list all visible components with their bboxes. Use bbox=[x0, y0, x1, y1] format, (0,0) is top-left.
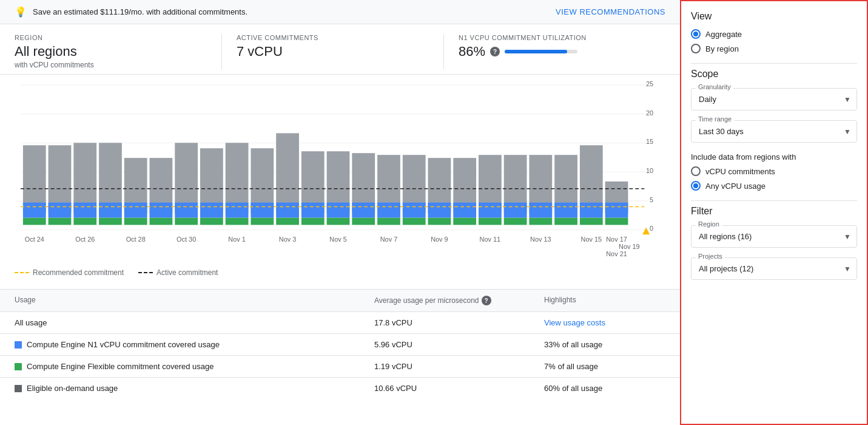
svg-text:Nov 5: Nov 5 bbox=[329, 236, 346, 243]
projects-filter-select[interactable]: All projects (12) bbox=[691, 257, 857, 280]
aggregate-option[interactable]: Aggregate bbox=[691, 29, 857, 39]
svg-rect-46 bbox=[327, 217, 350, 225]
bar-chart: 25 20 15 10 5 0 bbox=[15, 80, 665, 262]
svg-rect-41 bbox=[276, 203, 299, 218]
region-filter-label: Region bbox=[696, 220, 722, 228]
vcpu-commitments-radio[interactable] bbox=[691, 166, 701, 176]
row-0-highlight: View usage costs bbox=[544, 318, 665, 327]
svg-text:15: 15 bbox=[646, 138, 653, 145]
region-filter-select[interactable]: All regions (16) bbox=[691, 225, 857, 248]
blue-swatch bbox=[15, 341, 22, 348]
any-vcpu-radio[interactable] bbox=[691, 181, 701, 191]
svg-rect-76 bbox=[580, 217, 603, 225]
region-stat: Region All regions with vCPU commitments bbox=[15, 34, 221, 69]
active-line-icon bbox=[138, 272, 153, 273]
row-1-highlight: 33% of all usage bbox=[544, 340, 665, 349]
svg-text:Nov 21: Nov 21 bbox=[606, 250, 627, 257]
savings-banner: 💡 Save an estimated $111.19/mo. with add… bbox=[0, 0, 680, 24]
by-region-radio[interactable] bbox=[691, 44, 701, 53]
svg-rect-13 bbox=[49, 217, 72, 225]
svg-rect-65 bbox=[479, 203, 502, 218]
svg-rect-14 bbox=[49, 203, 72, 218]
row-2-label: Compute Engine Flexible commitment cover… bbox=[15, 362, 374, 371]
view-radio-group: Aggregate By region bbox=[691, 29, 857, 53]
svg-rect-26 bbox=[150, 203, 173, 218]
svg-text:Nov 19: Nov 19 bbox=[619, 243, 640, 250]
svg-text:Nov 1: Nov 1 bbox=[228, 236, 246, 243]
legend-recommended: Recommended commitment bbox=[15, 268, 124, 277]
granularity-select[interactable]: Daily Hourly Weekly Monthly bbox=[691, 88, 857, 110]
scope-title: Scope bbox=[691, 69, 857, 80]
svg-rect-71 bbox=[529, 203, 552, 218]
svg-text:Oct 26: Oct 26 bbox=[75, 236, 95, 243]
svg-rect-34 bbox=[226, 217, 249, 225]
util-bar-container bbox=[505, 50, 577, 53]
warning-triangle bbox=[642, 227, 650, 234]
aggregate-label: Aggregate bbox=[705, 30, 742, 39]
svg-rect-56 bbox=[403, 203, 426, 218]
region-filter-wrap: Region All regions (16) ▼ bbox=[691, 225, 857, 248]
table-row: All usage 17.8 vCPU View usage costs bbox=[0, 312, 680, 334]
view-title: View bbox=[691, 11, 857, 22]
svg-rect-17 bbox=[73, 203, 96, 218]
util-pct: 86% bbox=[459, 44, 485, 59]
svg-text:5: 5 bbox=[650, 196, 653, 203]
by-region-option[interactable]: By region bbox=[691, 44, 857, 53]
svg-rect-64 bbox=[479, 217, 502, 225]
row-2-highlight: 7% of all usage bbox=[544, 362, 665, 371]
commitments-stat: Active commitments 7 vCPU bbox=[221, 34, 443, 69]
region-value: All regions bbox=[15, 44, 202, 59]
svg-rect-47 bbox=[327, 203, 350, 218]
svg-text:Nov 13: Nov 13 bbox=[530, 236, 551, 243]
svg-rect-28 bbox=[175, 217, 198, 225]
aggregate-radio[interactable] bbox=[691, 29, 701, 39]
time-range-select[interactable]: Last 7 days Last 30 days Last 90 days bbox=[691, 120, 857, 143]
row-1-avg: 5.96 vCPU bbox=[374, 340, 544, 349]
col-highlights-header: Highlights bbox=[544, 296, 665, 305]
include-label: Include data from regions with bbox=[691, 152, 857, 162]
granularity-dropdown-wrap: Granularity Daily Hourly Weekly Monthly … bbox=[691, 88, 857, 110]
avg-help-icon[interactable]: ? bbox=[482, 296, 491, 305]
row-3-avg: 10.66 vCPU bbox=[374, 384, 544, 393]
usage-table: Usage Average usage per microsecond ? Hi… bbox=[0, 289, 680, 399]
svg-rect-29 bbox=[175, 203, 198, 218]
chart-area: 25 20 15 10 5 0 bbox=[0, 75, 680, 264]
bar-green-0 bbox=[23, 217, 46, 225]
divider-1 bbox=[691, 63, 857, 64]
svg-rect-67 bbox=[504, 217, 527, 225]
svg-rect-73 bbox=[554, 217, 577, 225]
commitments-value: 7 vCPU bbox=[237, 44, 424, 59]
region-sub: with vCPU commitments bbox=[15, 61, 202, 69]
svg-rect-49 bbox=[352, 217, 375, 225]
vcpu-commitments-label: vCPU commitments bbox=[705, 167, 775, 176]
svg-text:Nov 3: Nov 3 bbox=[279, 236, 296, 243]
view-usage-costs-link[interactable]: View usage costs bbox=[544, 318, 605, 327]
help-icon[interactable]: ? bbox=[490, 47, 500, 56]
svg-rect-43 bbox=[301, 217, 325, 225]
filter-title: Filter bbox=[691, 206, 857, 217]
svg-rect-31 bbox=[200, 217, 223, 225]
svg-rect-23 bbox=[124, 203, 147, 218]
by-region-label: By region bbox=[705, 44, 739, 53]
projects-filter-wrap: Projects All projects (12) ▼ bbox=[691, 257, 857, 280]
svg-text:Nov 9: Nov 9 bbox=[431, 236, 448, 243]
banner-text: Save an estimated $111.19/mo. with addit… bbox=[33, 7, 247, 16]
any-vcpu-usage-option[interactable]: Any vCPU usage bbox=[691, 181, 857, 191]
svg-text:0: 0 bbox=[650, 225, 653, 232]
svg-rect-25 bbox=[150, 217, 173, 225]
lightbulb-icon: 💡 bbox=[15, 6, 27, 18]
legend-active: Active commitment bbox=[138, 268, 218, 277]
time-range-label: Time range bbox=[696, 115, 734, 123]
include-radio-group: vCPU commitments Any vCPU usage bbox=[691, 166, 857, 191]
chart-legend: Recommended commitment Active commitment bbox=[0, 264, 680, 287]
svg-rect-27 bbox=[175, 143, 198, 212]
green-swatch bbox=[15, 363, 22, 370]
table-row: Compute Engine Flexible commitment cover… bbox=[0, 356, 680, 378]
svg-rect-40 bbox=[276, 217, 299, 225]
row-1-text: Compute Engine N1 vCPU commitment covere… bbox=[27, 340, 220, 349]
svg-rect-74 bbox=[554, 203, 577, 218]
view-recommendations-link[interactable]: VIEW RECOMMENDATIONS bbox=[556, 7, 665, 16]
svg-text:10: 10 bbox=[646, 167, 653, 174]
stats-row: Region All regions with vCPU commitments… bbox=[0, 24, 680, 75]
vcpu-commitments-option[interactable]: vCPU commitments bbox=[691, 166, 857, 176]
